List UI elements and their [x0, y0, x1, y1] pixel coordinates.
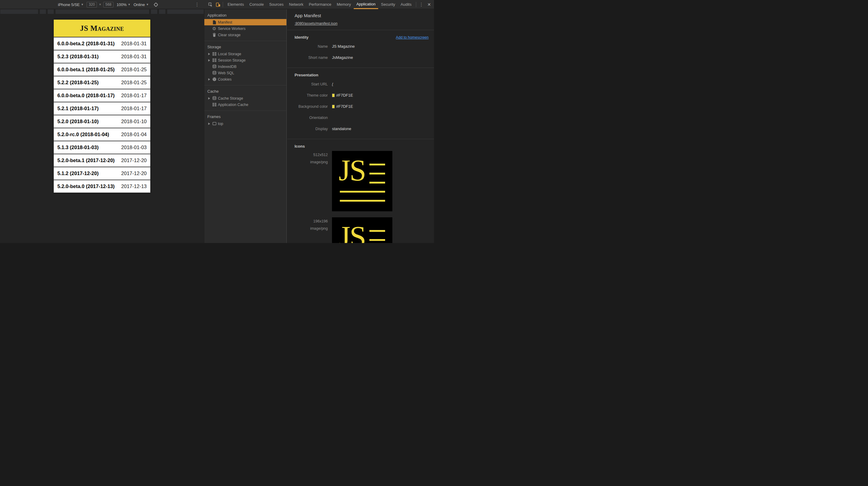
orientation-field: Orientation [287, 112, 434, 123]
js-logo-text: JS [339, 155, 366, 185]
short-name-field: Short name JsMagazine [287, 52, 434, 63]
version-row[interactable]: 5.1.3 (2018-01-03)2018-01-03 [54, 141, 150, 154]
version-label: 5.2.0-rc.0 (2018-01-04) [57, 132, 109, 138]
tab-performance[interactable]: Performance [306, 0, 334, 9]
sidebar-item-cookies[interactable]: Cookies [204, 76, 286, 83]
version-row[interactable]: 5.2.0 (2018-01-10)2018-01-10 [54, 115, 150, 128]
release-date: 2018-01-03 [121, 145, 147, 150]
sidebar-item-session-storage[interactable]: Session Storage [204, 57, 286, 63]
release-date: 2018-01-31 [121, 41, 147, 47]
field-value: #F7DF1E [332, 104, 353, 109]
devtools-tab-bar: Elements Console Sources Network Perform… [225, 0, 414, 9]
page-title: JS Magazine [80, 24, 124, 33]
version-row[interactable]: 5.2.0-rc.0 (2018-01-04)2018-01-04 [54, 128, 150, 141]
sidebar-section-storage: Storage Local Storage Session Storage [204, 41, 286, 85]
version-row[interactable]: 5.2.2 (2018-01-25)2018-01-25 [54, 76, 150, 89]
tab-audits[interactable]: Audits [398, 0, 414, 9]
sidebar-item-manifest[interactable]: Manifest [204, 19, 286, 25]
version-row[interactable]: 5.2.1 (2018-01-17)2018-01-17 [54, 102, 150, 115]
expand-triangle-icon[interactable] [208, 78, 210, 81]
tab-memory[interactable]: Memory [334, 0, 354, 9]
manifest-detail-pane: App Manifest :8080/assets/manifest.json … [287, 9, 434, 243]
version-row[interactable]: 5.2.3 (2018-01-31)2018-01-31 [54, 50, 150, 63]
viewport-width-input[interactable]: 320 [87, 2, 97, 7]
version-row[interactable]: 5.2.0-beta.0 (2017-12-13)2017-12-13 [54, 180, 150, 192]
tab-network[interactable]: Network [286, 0, 306, 9]
sidebar-item-label: Clear storage [218, 33, 241, 37]
zoom-select[interactable]: 100% ▼ [117, 2, 130, 7]
expand-triangle-icon[interactable] [208, 123, 210, 125]
viewport-height-input[interactable]: 568 [103, 2, 114, 7]
version-label: 6.0.0-beta.2 (2018-01-31) [57, 41, 115, 47]
field-label: Short name [287, 56, 332, 60]
sidebar-item-label: Web SQL [218, 71, 234, 75]
sidebar-item-label: Cookies [218, 77, 231, 82]
tab-application[interactable]: Application [354, 0, 378, 9]
sidebar-item-application-cache[interactable]: Application Cache [204, 101, 286, 108]
sidebar-item-indexeddb[interactable]: IndexedDB [204, 63, 286, 70]
tab-security[interactable]: Security [378, 0, 398, 9]
page-header: JS Magazine [54, 20, 150, 37]
chevron-down-icon: ▼ [128, 3, 130, 6]
database-icon [212, 65, 216, 69]
ruler-segment [40, 9, 46, 14]
field-value: JsMagazine [332, 55, 353, 60]
version-label: 5.2.3 (2018-01-31) [57, 54, 99, 59]
expand-triangle-icon[interactable] [208, 59, 210, 62]
version-label: 5.2.1 (2018-01-17) [57, 105, 99, 111]
sidebar-item-label: Application Cache [218, 103, 248, 107]
release-date: 2018-01-31 [121, 54, 147, 59]
sidebar-item-label: Manifest [218, 20, 232, 25]
version-row[interactable]: 6.0.0-beta.1 (2018-01-25)2018-01-25 [54, 63, 150, 76]
icon-size-label: 512x512 [287, 153, 328, 157]
version-row[interactable]: 6.0.0-beta.0 (2018-01-17)2018-01-17 [54, 89, 150, 102]
tab-sources[interactable]: Sources [267, 0, 286, 9]
sidebar-item-clear-storage[interactable]: Clear storage [204, 32, 286, 38]
add-to-homescreen-link[interactable]: Add to homescreen [396, 35, 429, 39]
sidebar-item-web-sql[interactable]: Web SQL [204, 70, 286, 76]
page-content-card: JS Magazine 6.0.0-beta.2 (2018-01-31)201… [54, 20, 150, 192]
device-emulation-viewport: JS Magazine 6.0.0-beta.2 (2018-01-31)201… [0, 9, 204, 243]
field-label: Background color [287, 104, 332, 109]
release-date: 2017-12-20 [121, 171, 147, 176]
start-url-link[interactable]: / [332, 82, 333, 86]
icons-section: Icons 512x512 image/png JS 196 [287, 139, 434, 243]
trash-icon [212, 33, 216, 37]
sidebar-item-cache-storage[interactable]: Cache Storage [204, 95, 286, 101]
close-icon[interactable]: ✕ [427, 2, 431, 7]
devtools-toolbar-icons [207, 0, 221, 9]
device-select[interactable]: iPhone 5/SE ▼ [58, 2, 84, 7]
version-label: 6.0.0-beta.1 (2018-01-25) [57, 67, 115, 72]
devtools-menu-icon[interactable]: ⋮ [419, 0, 424, 9]
background-color-value: #F7DF1E [336, 104, 353, 109]
top-toolbar: iPhone 5/SE ▼ 320 × 568 100% ▼ Online ▼ … [0, 0, 434, 9]
sidebar-item-local-storage[interactable]: Local Storage [204, 51, 286, 57]
rotate-viewport-icon[interactable] [154, 2, 158, 7]
version-row[interactable]: 5.2.0-beta.1 (2017-12-20)2017-12-20 [54, 154, 150, 166]
toolbar-divider [416, 2, 416, 7]
toggle-device-toolbar-icon[interactable] [216, 2, 221, 7]
identity-heading: Identity [294, 35, 308, 39]
logo-line [369, 239, 385, 241]
expand-triangle-icon[interactable] [208, 53, 210, 55]
dimension-separator: × [99, 2, 101, 7]
version-row[interactable]: 6.0.0-beta.2 (2018-01-31)2018-01-31 [54, 37, 150, 50]
tab-console[interactable]: Console [247, 0, 267, 9]
expand-triangle-icon[interactable] [208, 97, 210, 100]
version-label: 5.2.0-beta.1 (2017-12-20) [57, 158, 115, 163]
version-label: 5.2.0-beta.0 (2017-12-13) [57, 184, 115, 189]
viewport-ruler-strip [0, 9, 204, 14]
app-icon-image-512: JS [332, 151, 392, 211]
icon-size-label: 196x196 [287, 219, 328, 223]
network-throttle-select[interactable]: Online ▼ [133, 2, 149, 7]
manifest-url-link[interactable]: :8080/assets/manifest.json [294, 22, 337, 26]
inspect-element-icon[interactable] [208, 2, 213, 7]
device-toolbar-menu-icon[interactable]: ⋮ [195, 0, 199, 9]
sidebar-section-frames: Frames top [204, 111, 286, 129]
sidebar-item-service-workers[interactable]: ⚙ Service Workers [204, 25, 286, 32]
release-date: 2018-01-25 [121, 67, 147, 72]
version-row[interactable]: 5.1.2 (2017-12-20)2017-12-20 [54, 166, 150, 180]
sidebar-item-top-frame[interactable]: top [204, 120, 286, 127]
tab-elements[interactable]: Elements [225, 0, 247, 9]
sidebar-item-label: Session Storage [218, 58, 246, 62]
